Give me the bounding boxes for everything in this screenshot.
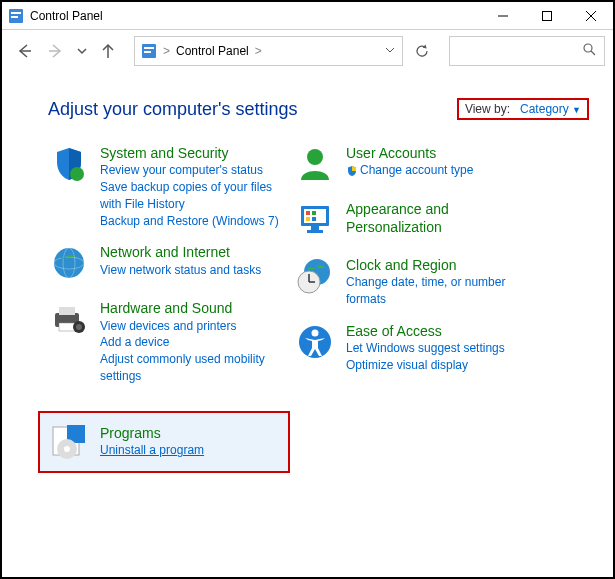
svg-rect-4 xyxy=(543,11,552,20)
monitor-icon xyxy=(294,200,336,242)
shield-icon xyxy=(48,144,90,186)
hardware-link-devices[interactable]: View devices and printers xyxy=(100,318,280,335)
category-hardware-sound[interactable]: Hardware and Sound View devices and prin… xyxy=(48,299,280,384)
category-title: Hardware and Sound xyxy=(100,299,280,317)
svg-rect-11 xyxy=(144,47,154,49)
category-programs[interactable]: Programs Uninstall a program xyxy=(48,421,280,463)
category-network-internet[interactable]: Network and Internet View network status… xyxy=(48,243,280,285)
clock-globe-icon xyxy=(294,256,336,298)
network-link-status[interactable]: View network status and tasks xyxy=(100,262,280,279)
svg-rect-2 xyxy=(11,16,18,18)
svg-rect-12 xyxy=(144,51,151,53)
category-system-security[interactable]: System and Security Review your computer… xyxy=(48,144,280,229)
category-title: Appearance and Personalization xyxy=(346,200,514,236)
system-link-backup-restore[interactable]: Backup and Restore (Windows 7) xyxy=(100,213,280,230)
content-area: Adjust your computer's settings View by:… xyxy=(2,72,613,473)
minimize-button[interactable] xyxy=(481,2,525,30)
category-appearance-personalization[interactable]: Appearance and Personalization xyxy=(294,200,514,242)
view-by-value: Category xyxy=(520,102,569,116)
control-panel-icon xyxy=(141,43,157,59)
svg-point-13 xyxy=(584,44,592,52)
maximize-button[interactable] xyxy=(525,2,569,30)
svg-rect-33 xyxy=(306,217,310,221)
user-icon xyxy=(294,144,336,186)
category-title: User Accounts xyxy=(346,144,514,162)
control-panel-icon xyxy=(8,8,24,24)
page-title: Adjust your computer's settings xyxy=(48,99,298,120)
svg-rect-1 xyxy=(11,12,21,14)
view-by-selector[interactable]: View by: Category ▼ xyxy=(457,98,589,120)
svg-point-28 xyxy=(307,149,323,165)
hardware-link-mobility[interactable]: Adjust commonly used mobility settings xyxy=(100,351,280,385)
view-by-label: View by: xyxy=(465,102,510,116)
address-separator: > xyxy=(163,44,170,58)
category-title: Clock and Region xyxy=(346,256,514,274)
shield-icon xyxy=(346,165,358,177)
forward-button[interactable] xyxy=(42,37,70,65)
category-clock-region[interactable]: Clock and Region Change date, time, or n… xyxy=(294,256,514,308)
titlebar: Control Panel xyxy=(2,2,613,30)
refresh-button[interactable] xyxy=(407,37,437,65)
navbar: > Control Panel > xyxy=(2,30,613,72)
svg-rect-35 xyxy=(311,226,319,230)
address-path: Control Panel xyxy=(176,44,249,58)
chevron-down-icon: ▼ xyxy=(572,105,581,115)
printer-icon xyxy=(48,299,90,341)
svg-point-15 xyxy=(70,167,84,181)
programs-icon xyxy=(48,421,90,463)
search-icon xyxy=(582,42,596,60)
svg-point-16 xyxy=(54,248,84,278)
history-dropdown[interactable] xyxy=(74,37,90,65)
svg-rect-34 xyxy=(312,217,316,221)
search-input[interactable] xyxy=(449,36,605,66)
clock-link-formats[interactable]: Change date, time, or number formats xyxy=(346,274,514,308)
ease-link-visual[interactable]: Optimize visual display xyxy=(346,357,514,374)
category-programs-highlight: Programs Uninstall a program xyxy=(38,411,290,473)
svg-point-23 xyxy=(76,324,82,330)
category-title: Ease of Access xyxy=(346,322,514,340)
category-ease-of-access[interactable]: Ease of Access Let Windows suggest setti… xyxy=(294,322,514,374)
svg-point-42 xyxy=(312,329,319,336)
category-title: Network and Internet xyxy=(100,243,280,261)
svg-rect-20 xyxy=(59,307,75,315)
address-bar[interactable]: > Control Panel > xyxy=(134,36,403,66)
programs-link-uninstall[interactable]: Uninstall a program xyxy=(100,442,280,459)
address-separator: > xyxy=(255,44,262,58)
globe-icon xyxy=(48,243,90,285)
svg-point-27 xyxy=(64,446,70,452)
category-title: Programs xyxy=(100,424,280,442)
system-link-review[interactable]: Review your computer's status xyxy=(100,162,280,179)
svg-line-14 xyxy=(591,51,595,55)
accessibility-icon xyxy=(294,322,336,364)
category-title: System and Security xyxy=(100,144,280,162)
svg-rect-36 xyxy=(307,230,323,233)
svg-rect-21 xyxy=(59,323,75,331)
address-dropdown-icon[interactable] xyxy=(384,42,396,60)
system-link-backup-history[interactable]: Save backup copies of your files with Fi… xyxy=(100,179,280,213)
window-title: Control Panel xyxy=(30,9,481,23)
close-button[interactable] xyxy=(569,2,613,30)
hardware-link-add[interactable]: Add a device xyxy=(100,334,280,351)
back-button[interactable] xyxy=(10,37,38,65)
ease-link-suggest[interactable]: Let Windows suggest settings xyxy=(346,340,514,357)
category-user-accounts[interactable]: User Accounts Change account type xyxy=(294,144,514,186)
svg-rect-32 xyxy=(312,211,316,215)
users-link-change-type[interactable]: Change account type xyxy=(346,162,514,179)
svg-rect-31 xyxy=(306,211,310,215)
up-button[interactable] xyxy=(94,37,122,65)
